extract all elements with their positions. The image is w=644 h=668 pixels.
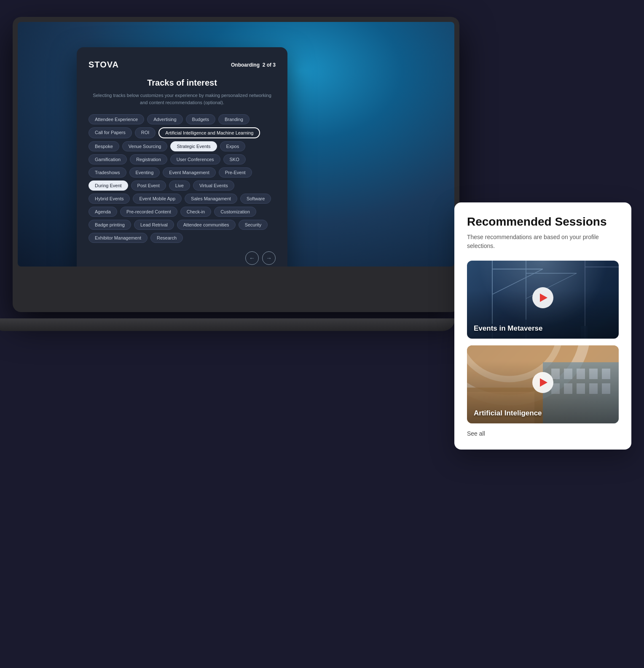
tag-item[interactable]: Tradeshows [89,167,126,178]
tag-item[interactable]: Attendee Experience [89,114,144,124]
tag-item[interactable]: Pre-recorded Content [120,207,177,217]
stova-logo: STOVA [89,60,119,70]
tag-item[interactable]: Software [240,194,271,204]
recommended-title: Recommended Sessions [467,215,619,229]
tag-item[interactable]: Gamification [89,154,127,164]
tag-item[interactable]: ROI [135,127,156,138]
session-title-1: Events in Metaverse [474,324,542,333]
modal-subtitle: Selecting tracks below customizes your e… [89,92,276,106]
tag-item[interactable]: Call for Papers [89,127,132,138]
modal-nav: ← → [89,251,276,265]
session-card-1[interactable]: Events in Metaverse [467,261,619,339]
onboarding-step: Onboarding 2 of 3 [231,62,276,68]
tag-item[interactable]: Badge printing [89,220,131,230]
tag-item[interactable]: Advertising [147,114,182,124]
session-title-2: Artificial Inteligence [474,409,542,418]
play-icon-1 [540,294,547,302]
tag-item[interactable]: During Event [89,180,128,191]
tag-item[interactable]: Attendee communities [177,220,236,230]
tag-item[interactable]: Sales Managament [185,194,237,204]
onboarding-step-value: 2 of 3 [263,62,276,68]
tag-item[interactable]: Event Mobile App [133,194,182,204]
laptop-shell: STOVA Onboarding 2 of 3 Tracks of intere… [13,17,459,312]
tag-item[interactable]: Exhibitor Management [89,233,148,243]
tag-item[interactable]: Virtual Events [193,180,234,191]
tag-item[interactable]: Strategic Events [170,141,217,151]
tags-container: Attendee ExperienceAdvertisingBudgetsBra… [89,114,276,243]
laptop-screen: STOVA Onboarding 2 of 3 Tracks of intere… [18,22,454,267]
play-button-1[interactable] [532,287,553,308]
nav-prev-button[interactable]: ← [245,251,259,265]
play-icon-2 [540,378,547,387]
tag-item[interactable]: Customization [214,207,256,217]
tag-item[interactable]: Expos [220,141,246,151]
session-card-1-bg: Events in Metaverse [467,261,619,339]
tag-item[interactable]: Pre-Event [219,167,252,178]
onboarding-modal: STOVA Onboarding 2 of 3 Tracks of intere… [77,47,287,267]
tag-item[interactable]: Registration [130,154,167,164]
tag-item[interactable]: SKO [223,154,246,164]
onboarding-label: Onboarding [231,62,260,68]
session-card-2[interactable]: Artificial Inteligence [467,345,619,423]
tag-item[interactable]: Bespoke [89,141,119,151]
session-card-2-bg: Artificial Inteligence [467,345,619,423]
tag-item[interactable]: Lead Retrival [134,220,174,230]
tag-item[interactable]: Branding [218,114,250,124]
tag-item[interactable]: Research [150,233,183,243]
modal-header: STOVA Onboarding 2 of 3 [89,60,276,70]
tag-item[interactable]: Agenda [89,207,117,217]
modal-title: Tracks of interest [89,78,276,88]
tag-item[interactable]: Post Event [131,180,166,191]
recommended-panel: Recommended Sessions These recommendatio… [454,202,631,450]
tag-item[interactable]: Budgets [186,114,215,124]
tag-item[interactable]: Event Management [163,167,215,178]
tag-item[interactable]: Venue Sourcing [122,141,168,151]
laptop-base [0,318,455,331]
tag-item[interactable]: Artificial Intelligence and Machine Lear… [158,127,260,138]
tag-item[interactable]: Hybrid Events [89,194,130,204]
tag-item[interactable]: Eventing [129,167,160,178]
tag-item[interactable]: Live [169,180,190,191]
tag-item[interactable]: User Conferences [170,154,220,164]
nav-next-button[interactable]: → [262,251,276,265]
see-all-link[interactable]: See all [467,430,619,437]
play-button-2[interactable] [532,372,553,393]
tag-item[interactable]: Check-in [180,207,211,217]
tag-item[interactable]: Security [239,220,268,230]
recommended-subtitle: These recommendations are based on your … [467,233,619,250]
